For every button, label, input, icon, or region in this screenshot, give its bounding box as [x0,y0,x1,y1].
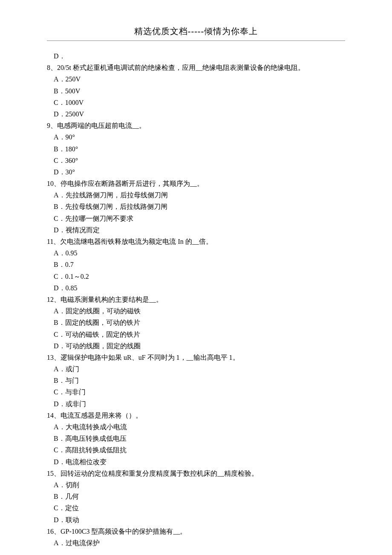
option-line: D．视情况而定 [47,224,345,236]
option-line: A．0.95 [47,247,345,259]
option-line: B．高电压转换成低电压 [47,433,345,444]
option-line: D． [47,50,345,62]
question-line: 12、电磁系测量机构的主要结构是__。 [47,294,345,305]
option-line: A．过电流保护 [47,537,345,549]
question-line: 15、回转运动的定位精度和重复分度精度属于数控机床的__精度检验。 [47,468,345,479]
option-line: D．或非门 [47,398,345,410]
page: 精选优质文档-----倾情为你奉上 D．8、20/5t 桥式起重机通电调试前的绝… [0,0,392,555]
option-line: C．与非门 [47,386,345,398]
option-line: D．联动 [47,514,345,526]
option-line: C．高阻抗转换成低阻抗 [47,444,345,456]
option-line: C．定位 [47,502,345,514]
option-line: B．180° [47,143,345,155]
page-header: 精选优质文档-----倾情为你奉上 [47,26,345,41]
question-line: 8、20/5t 桥式起重机通电调试前的绝缘检查，应用__绝缘电阻表测量设备的绝缘… [47,62,345,73]
exam-content: D．8、20/5t 桥式起重机通电调试前的绝缘检查，应用__绝缘电阻表测量设备的… [47,50,345,549]
option-line: A．90° [47,131,345,143]
option-line: B．0.7 [47,259,345,270]
option-line: B．与门 [47,375,345,386]
option-line: D．可动的线圈，固定的线圈 [47,340,345,352]
option-line: C．0.1～0.2 [47,271,345,282]
option-line: B．先拉母线侧刀闸，后拉线路侧刀闸 [47,201,345,212]
option-line: C．可动的磁铁，固定的铁片 [47,329,345,340]
option-line: A．250V [47,73,345,85]
option-line: D．30° [47,166,345,178]
option-line: A．或门 [47,363,345,375]
option-line: D．电流相位改变 [47,456,345,468]
option-line: A．固定的线圈，可动的磁铁 [47,305,345,317]
option-line: C．先拉哪一侧刀闸不要求 [47,213,345,224]
option-line: B．几何 [47,491,345,502]
question-line: 16、GP-100C3 型高频设备中的保护措施有__。 [47,526,345,537]
option-line: B．固定的线圈，可动的铁片 [47,317,345,328]
option-line: C．1000V [47,97,345,108]
option-line: D．2500V [47,108,345,120]
question-line: 13、逻辑保护电路中如果 uR、uF 不同时为 1，__输出高电平 1。 [47,352,345,363]
option-line: A．先拉线路侧刀闸，后拉母线侧刀闸 [47,189,345,201]
question-line: 9、电感两端的电压超前电流__。 [47,120,345,131]
option-line: B．500V [47,85,345,97]
option-line: D．0.85 [47,282,345,294]
option-line: C．360° [47,155,345,166]
question-line: 11、欠电流继电器衔铁释放电流为额定电流 In 的__倍。 [47,236,345,247]
option-line: A．切削 [47,479,345,491]
option-line: A．大电流转换成小电流 [47,421,345,433]
question-line: 10、停电操作应在断路器断开后进行，其顺序为__。 [47,178,345,189]
question-line: 14、电流互感器是用来将（）。 [47,410,345,421]
